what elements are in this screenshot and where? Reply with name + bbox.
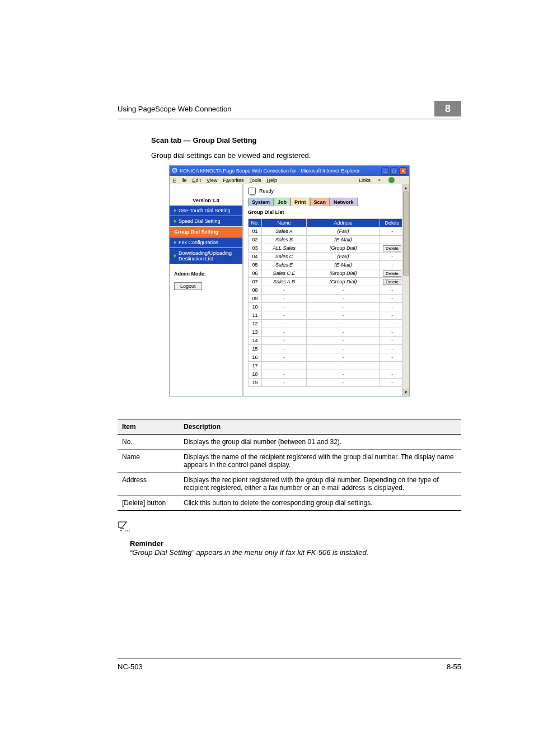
footer-right: 8-55: [447, 662, 461, 671]
cell-delete: -: [380, 227, 405, 236]
header-title: Using PageScope Web Connection: [118, 105, 434, 113]
ie-links-label[interactable]: Links: [359, 178, 371, 183]
delete-button[interactable]: Delete: [383, 245, 401, 251]
cell-name: -: [262, 311, 307, 320]
cell-name: -: [262, 379, 307, 387]
cell-name: -: [262, 286, 307, 295]
sidebar-item-one-touch[interactable]: One-Touch Dial Setting: [170, 206, 242, 216]
desc-row: No.Displays the group dial number (betwe…: [118, 435, 461, 450]
desc-row: [Delete] buttonClick this button to dele…: [118, 496, 461, 511]
cell-name: -: [262, 320, 307, 328]
desc-row: AddressDisplays the recipient registered…: [118, 473, 461, 496]
window-title-bar: KONICA MINOLTA Page Scope Web Connection…: [170, 166, 409, 176]
table-row[interactable]: 14---: [249, 337, 405, 345]
scroll-thumb[interactable]: [403, 192, 409, 276]
cell-no: 14: [249, 337, 262, 345]
cell-name: -: [262, 353, 307, 362]
section-desc: Group dial settings can be viewed and re…: [151, 151, 461, 160]
status-text: Ready: [259, 188, 274, 194]
sidebar-item-download[interactable]: Downloading/Uploading Destination List: [170, 248, 242, 264]
cell-no: 19: [249, 379, 262, 387]
cell-no: 13: [249, 328, 262, 337]
cell-address: (Fax): [307, 227, 380, 236]
table-row[interactable]: 19---: [249, 379, 405, 387]
menu-tools[interactable]: Tools: [249, 178, 261, 183]
cell-delete: -: [380, 353, 405, 362]
table-row[interactable]: 06Sales C.E(Group Dial)Delete: [249, 269, 405, 278]
cell-no: 12: [249, 320, 262, 328]
cell-address: -: [307, 379, 380, 387]
menu-file[interactable]: File: [173, 178, 187, 183]
header-chapter-num: 8: [434, 101, 461, 116]
sidebar-item-fax-config[interactable]: Fax Configuration: [170, 237, 242, 248]
cell-name: Sales C: [262, 253, 307, 261]
cell-address: -: [307, 295, 380, 303]
menu-edit[interactable]: Edit: [193, 178, 202, 183]
main-pane: Ready System Job Print Scan Network Grou…: [242, 184, 409, 396]
table-row[interactable]: 09---: [249, 295, 405, 303]
table-row[interactable]: 07Sales A.B(Group Dial)Delete: [249, 278, 405, 286]
links-chevron-icon[interactable]: »: [378, 178, 381, 182]
table-row[interactable]: 05Sales E(E-Mail)-: [249, 261, 405, 269]
window-close-button[interactable]: ✕: [399, 167, 407, 175]
cell-address: -: [307, 337, 380, 345]
cell-name: Sales A: [262, 227, 307, 236]
cell-address: -: [307, 353, 380, 362]
cell-delete: -: [380, 286, 405, 295]
cell-name: Sales C.E: [262, 269, 307, 278]
cell-no: 01: [249, 227, 262, 236]
cell-address: (Group Dial): [307, 278, 380, 286]
cell-no: 09: [249, 295, 262, 303]
table-row[interactable]: 18---: [249, 370, 405, 379]
table-row[interactable]: 03ALL Sales(Group Dial)Delete: [249, 244, 405, 253]
tab-scan[interactable]: Scan: [310, 198, 330, 206]
menu-favorites[interactable]: Favorites: [223, 178, 243, 183]
menu-help[interactable]: Help: [266, 178, 277, 183]
table-row[interactable]: 08---: [249, 286, 405, 295]
delete-button[interactable]: Delete: [383, 279, 401, 285]
table-row[interactable]: 11---: [249, 311, 405, 320]
table-row[interactable]: 12---: [249, 320, 405, 328]
cell-delete: -: [380, 379, 405, 387]
table-row[interactable]: 02Sales B(E-Mail)-: [249, 236, 405, 244]
footer-left: NC-503: [118, 662, 143, 671]
cell-name: Sales A.B: [262, 278, 307, 286]
reminder-text: “Group Dial Setting” appears in the menu…: [130, 548, 461, 558]
desc-row: NameDisplays the name of the recipient r…: [118, 450, 461, 473]
table-row[interactable]: 16---: [249, 353, 405, 362]
tab-job[interactable]: Job: [274, 198, 291, 206]
cell-no: 07: [249, 278, 262, 286]
cell-name: -: [262, 337, 307, 345]
scroll-up-icon[interactable]: ▲: [402, 184, 409, 192]
main-tabs: System Job Print Scan Network: [248, 198, 405, 206]
tab-print[interactable]: Print: [291, 198, 310, 206]
table-row[interactable]: 13---: [249, 328, 405, 337]
tab-network[interactable]: Network: [330, 198, 358, 206]
table-row[interactable]: 04Sales C(Fax)-: [249, 253, 405, 261]
cell-no: 16: [249, 353, 262, 362]
table-row[interactable]: 17---: [249, 362, 405, 370]
table-row[interactable]: 15---: [249, 345, 405, 353]
delete-button[interactable]: Delete: [383, 270, 401, 277]
window-minimize-button[interactable]: _: [381, 167, 389, 175]
cell-address: -: [307, 286, 380, 295]
tab-system[interactable]: System: [248, 198, 274, 206]
window-maximize-button[interactable]: □: [390, 167, 398, 175]
cell-no: 08: [249, 286, 262, 295]
logout-button[interactable]: Logout: [174, 282, 202, 290]
table-row[interactable]: 01Sales A(Fax)-: [249, 227, 405, 236]
ie-go-icon[interactable]: [388, 177, 395, 183]
desc-item: No.: [118, 435, 179, 450]
cell-delete: -: [380, 362, 405, 370]
sidebar-item-group[interactable]: Group Dial Setting: [170, 227, 242, 237]
table-row[interactable]: 10---: [249, 303, 405, 311]
desc-header-desc: Description: [179, 419, 461, 435]
cell-address: (E-Mail): [307, 261, 380, 269]
menu-view[interactable]: View: [207, 178, 217, 183]
sidebar-item-speed[interactable]: Speed Dial Setting: [170, 216, 242, 227]
svg-point-1: [125, 530, 127, 531]
scroll-down-icon[interactable]: ▼: [402, 389, 409, 396]
desc-text: Click this button to delete the correspo…: [179, 496, 461, 511]
vertical-scrollbar[interactable]: ▲ ▼: [402, 184, 409, 396]
cell-address: (Fax): [307, 253, 380, 261]
